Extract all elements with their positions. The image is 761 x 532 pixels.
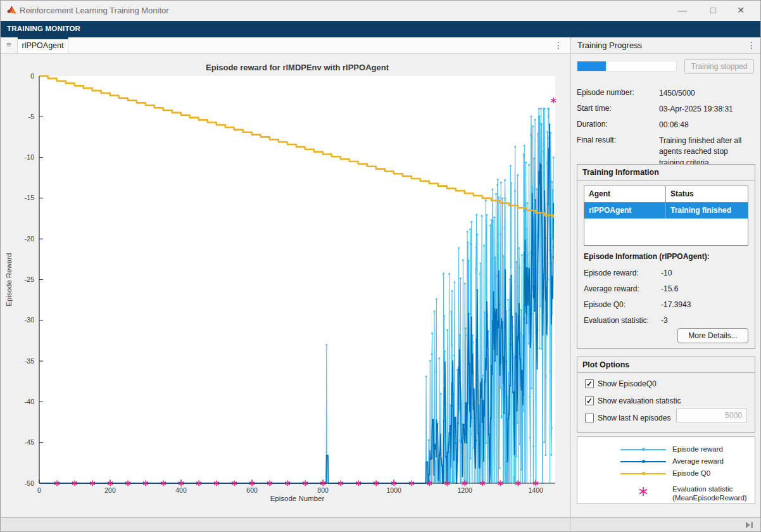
document-tab-strip: ≡ rlPPOAgent ⋮ (1, 37, 570, 54)
svg-text:-25: -25 (25, 276, 34, 283)
svg-text:-40: -40 (25, 398, 34, 405)
section-title: Training Information (582, 168, 659, 177)
stat-row: Average reward:-15.6 (584, 284, 678, 293)
stat-label: Episode reward: (584, 269, 661, 277)
ribbon-tab-training-monitor[interactable]: TRAINING MONITOR (7, 25, 80, 32)
svg-text:-50: -50 (25, 479, 34, 487)
legend-label: Average reward (672, 457, 724, 466)
matlab-logo-icon (6, 5, 17, 16)
checkbox-label[interactable]: Show EpisodeQ0 (598, 379, 657, 388)
field-label: Start time: (577, 104, 659, 113)
legend-item: Episode reward (577, 443, 755, 455)
status-bar (1, 517, 760, 532)
stat-label: Evaluation statistic: (584, 316, 661, 325)
table-header-row: Agent Status (584, 186, 748, 203)
legend-item: Episode Q0 (577, 467, 755, 479)
svg-text:1200: 1200 (457, 486, 472, 494)
svg-text:800: 800 (317, 486, 329, 494)
checkbox-label[interactable]: Show evaluation statistic (598, 396, 681, 405)
ribbon-bar: TRAINING MONITOR (1, 21, 760, 37)
legend-asterisk-icon (638, 486, 648, 497)
field-row: Duration:00:06:48 (577, 120, 757, 130)
tab-list-icon[interactable]: ≡ (1, 37, 18, 53)
stat-row: Episode Q0:-17.3943 (584, 300, 691, 309)
legend-item: Evaluation statistic(MeanEpisodeReward) (577, 483, 755, 495)
chart-panel: 02004006008001000120014000-5-10-15-20-25… (1, 54, 570, 516)
legend-marker-dot (642, 448, 645, 451)
training-progress-panel: Training Progress ⋮ Training stopped Epi… (570, 37, 761, 517)
section-title: Plot Options (582, 360, 629, 369)
svg-text:-45: -45 (25, 438, 34, 446)
panel-header: Training Progress ⋮ (570, 37, 761, 54)
plot-option-row: ✓Show evaluation statistic (585, 396, 681, 406)
panel-actions-kebab-icon[interactable]: ⋮ (745, 37, 758, 53)
svg-text:400: 400 (175, 486, 187, 494)
column-header-agent: Agent (584, 186, 666, 202)
stat-label: Average reward: (584, 284, 661, 293)
training-progress-bar (577, 61, 677, 72)
stat-label: Episode Q0: (584, 300, 661, 309)
svg-text:-35: -35 (25, 357, 34, 365)
stat-value: -17.3943 (661, 300, 691, 309)
skip-to-end-icon[interactable] (745, 521, 754, 529)
window-title: Reinforcement Learning Training Monitor (20, 6, 169, 15)
training-stopped-button[interactable]: Training stopped (684, 59, 754, 74)
maximize-button[interactable]: □ (698, 1, 727, 20)
legend-label: Evaluation statistic(MeanEpisodeReward) (672, 484, 747, 503)
svg-text:200: 200 (104, 486, 116, 494)
svg-text:1400: 1400 (529, 486, 544, 494)
svg-text:Episode reward for rlMDPEnv wi: Episode reward for rlMDPEnv with rlPPOAg… (206, 63, 389, 72)
field-value: 00:06:48 (659, 120, 754, 130)
tab-rlppoagent[interactable]: rlPPOAgent (18, 37, 68, 53)
svg-text:-30: -30 (25, 316, 34, 324)
svg-text:600: 600 (246, 486, 258, 494)
svg-text:Episode Reward: Episode Reward (5, 253, 13, 306)
minimize-button[interactable]: — (668, 1, 697, 20)
svg-text:-10: -10 (25, 153, 34, 161)
field-row: Episode number:1450/5000 (577, 88, 757, 99)
training-progress-fill (577, 61, 606, 71)
last-n-episodes-input[interactable]: 5000 (676, 408, 747, 422)
svg-text:-20: -20 (25, 235, 34, 243)
svg-text:0: 0 (30, 72, 34, 80)
close-button[interactable]: ✕ (726, 1, 755, 20)
status-cell: Training finished (666, 203, 748, 218)
table-row[interactable]: rlPPOAgent Training finished (584, 203, 748, 218)
legend-label: Episode Q0 (672, 469, 710, 478)
legend-marker-dot (642, 460, 645, 463)
chart-legend: Episode rewardAverage rewardEpisode Q0Ev… (577, 436, 755, 504)
plot-options-section: Plot Options ✓Show EpisodeQ0✓Show evalua… (577, 357, 755, 433)
title-bar: Reinforcement Learning Training Monitor … (1, 1, 760, 21)
field-value: 03-Apr-2025 19:38:31 (659, 104, 754, 115)
svg-text:-15: -15 (25, 194, 34, 201)
agent-cell: rlPPOAgent (584, 203, 666, 218)
section-divider (577, 372, 755, 373)
column-header-status: Status (666, 186, 748, 202)
legend-item: Average reward (577, 455, 755, 467)
field-label: Final result: (577, 136, 659, 144)
training-information-section: Training Information Agent Status rlPPOA… (577, 164, 755, 349)
stat-value: -10 (661, 269, 672, 277)
episode-reward-chart: 02004006008001000120014000-5-10-15-20-25… (1, 54, 570, 516)
svg-text:1000: 1000 (386, 486, 401, 494)
stat-value: -3 (661, 316, 668, 325)
tab-actions-kebab-icon[interactable]: ⋮ (552, 37, 565, 53)
stat-row: Episode reward:-10 (584, 269, 672, 277)
checkbox[interactable] (585, 414, 594, 422)
field-label: Episode number: (577, 88, 659, 97)
field-row: Start time:03-Apr-2025 19:38:31 (577, 104, 757, 115)
legend-label: Episode reward (672, 445, 723, 453)
checkbox[interactable]: ✓ (585, 396, 594, 405)
svg-text:0: 0 (37, 486, 41, 494)
legend-marker-dot (642, 472, 645, 475)
status-bar-divider (570, 517, 570, 532)
more-details-button[interactable]: More Details... (677, 328, 748, 343)
field-label: Duration: (577, 120, 659, 129)
plot-option-row: Show last N episodes (585, 413, 670, 423)
svg-text:Episode Number: Episode Number (270, 495, 325, 502)
checkbox-label[interactable]: Show last N episodes (598, 414, 670, 422)
panel-title: Training Progress (577, 41, 642, 50)
field-value: 1450/5000 (659, 88, 754, 99)
plot-option-row: ✓Show EpisodeQ0 (585, 379, 657, 389)
checkbox[interactable]: ✓ (585, 379, 594, 388)
